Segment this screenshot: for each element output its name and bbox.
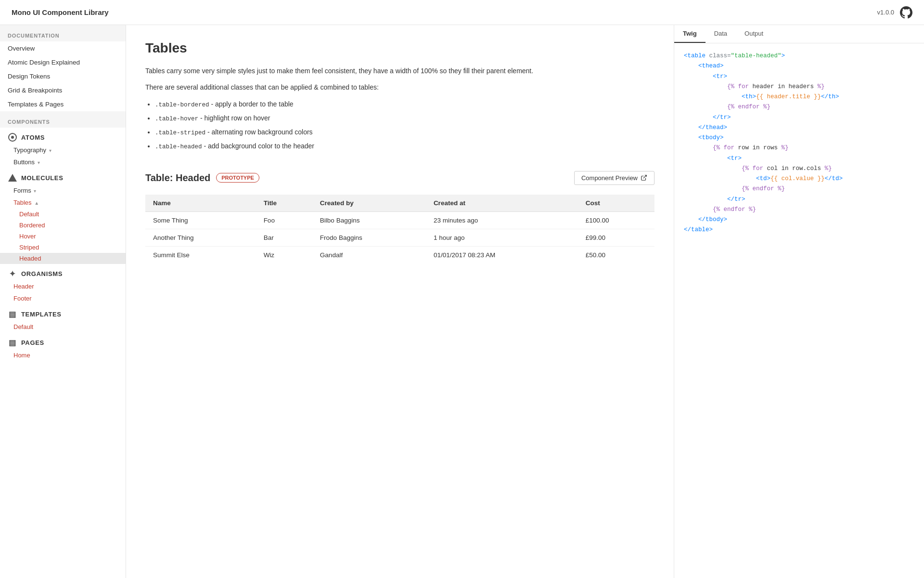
code-line: {% for header in headers %} — [684, 82, 914, 92]
cell-title-1: Bar — [256, 229, 312, 246]
component-header: Table: Headed PROTOTYPE Component Previe… — [145, 171, 654, 185]
triangle-icon — [8, 174, 17, 182]
code-panel: Twig Data Output <table class="table-hea… — [674, 25, 924, 578]
main-content: Tables Tables carry some very simple sty… — [126, 25, 674, 578]
code-line: </table> — [684, 225, 914, 235]
table-row: Another Thing Bar Frodo Baggins 1 hour a… — [145, 229, 654, 246]
sidebar-item-templates-pages[interactable]: Templates & Pages — [0, 97, 126, 111]
cell-cost-0: £100.00 — [578, 211, 654, 229]
external-link-icon — [641, 174, 647, 181]
templates-label: TEMPLATES — [21, 311, 62, 318]
table-row: Some Thing Foo Bilbo Baggins 23 minutes … — [145, 211, 654, 229]
tables-chevron: ▲ — [34, 200, 39, 206]
pages-label: PAGES — [21, 339, 44, 346]
classes-list: .table-bordered - apply a border to the … — [155, 99, 654, 152]
class-item-0: .table-bordered - apply a border to the … — [155, 99, 654, 110]
class-item-2: .table-striped - alternating row backgro… — [155, 127, 654, 138]
code-line: {% endfor %} — [684, 205, 914, 215]
sidebar-item-striped[interactable]: Striped — [0, 242, 126, 253]
templates-group: ▤ TEMPLATES — [0, 304, 126, 321]
templates-icon-container: ▤ — [8, 309, 17, 319]
templates-icon: ▤ — [9, 310, 16, 319]
prototype-badge: PROTOTYPE — [216, 173, 259, 183]
class-item-1: .table-hover - highlight row on hover — [155, 113, 654, 124]
sidebar-item-forms[interactable]: Forms ▾ — [0, 184, 126, 197]
sidebar-item-grid[interactable]: Grid & Breakpoints — [0, 83, 126, 97]
atoms-label: ATOMS — [21, 134, 45, 141]
organisms-group: ✦ ORGANISMS — [0, 264, 126, 280]
sidebar-item-atomic-design[interactable]: Atomic Design Explained — [0, 55, 126, 69]
pages-icon: ▤ — [9, 338, 16, 347]
sidebar-item-bordered[interactable]: Bordered — [0, 220, 126, 231]
github-icon[interactable] — [900, 6, 912, 19]
description: Tables carry some very simple styles jus… — [145, 66, 654, 152]
tab-output[interactable]: Output — [736, 25, 772, 43]
cell-name-0: Some Thing — [145, 211, 256, 229]
cell-cost-1: £99.00 — [578, 229, 654, 246]
class-item-3: .table-headed - add background color to … — [155, 141, 654, 152]
cell-created-by-0: Bilbo Baggins — [312, 211, 426, 229]
svg-line-0 — [643, 175, 646, 178]
code-line: <td>{{ col.value }}</td> — [684, 174, 914, 184]
sidebar-item-typography[interactable]: Typography ▾ — [0, 144, 126, 156]
code-line: </tr> — [684, 113, 914, 123]
top-nav: Mono UI Component Library v1.0.0 — [0, 0, 924, 25]
cell-title-2: Wiz — [256, 246, 312, 263]
top-nav-right: v1.0.0 — [877, 6, 912, 19]
star-icon: ✦ — [9, 269, 16, 278]
component-title: Table: Headed — [145, 172, 210, 184]
col-name: Name — [145, 195, 256, 212]
sidebar-item-footer[interactable]: Footer — [0, 292, 126, 304]
sidebar-item-headed[interactable]: Headed — [0, 253, 126, 264]
sidebar-item-default[interactable]: Default — [0, 209, 126, 220]
forms-chevron: ▾ — [34, 188, 36, 194]
code-line: <tbody> — [684, 133, 914, 143]
data-table: Name Title Created by Created at Cost So… — [145, 195, 654, 263]
col-created-by: Created by — [312, 195, 426, 212]
code-line: <th>{{ header.title }}</th> — [684, 92, 914, 102]
sidebar-item-templates-default[interactable]: Default — [0, 321, 126, 333]
tab-twig[interactable]: Twig — [674, 25, 706, 43]
pages-icon-container: ▤ — [8, 338, 17, 347]
documentation-section-header: DOCUMENTATION — [0, 25, 126, 41]
sidebar-item-buttons[interactable]: Buttons ▾ — [0, 156, 126, 168]
code-line: <tr> — [684, 154, 914, 164]
cell-name-2: Summit Else — [145, 246, 256, 263]
tab-data[interactable]: Data — [706, 25, 736, 43]
cell-created-by-1: Frodo Baggins — [312, 229, 426, 246]
molecules-group: MOLECULES — [0, 168, 126, 184]
code-line: </thead> — [684, 123, 914, 133]
component-header-left: Table: Headed PROTOTYPE — [145, 172, 259, 184]
atom-circle-icon — [8, 133, 17, 142]
organisms-icon: ✦ — [8, 269, 17, 278]
sidebar-item-home[interactable]: Home — [0, 349, 126, 361]
component-section: Table: Headed PROTOTYPE Component Previe… — [145, 171, 654, 263]
cell-created-at-2: 01/01/2017 08:23 AM — [426, 246, 578, 263]
col-cost: Cost — [578, 195, 654, 212]
cell-title-0: Foo — [256, 211, 312, 229]
atoms-icon — [8, 132, 17, 142]
sidebar-item-tables[interactable]: Tables ▲ — [0, 197, 126, 209]
sidebar-item-design-tokens[interactable]: Design Tokens — [0, 69, 126, 83]
cell-created-at-1: 1 hour ago — [426, 229, 578, 246]
cell-created-by-2: Gandalf — [312, 246, 426, 263]
code-line: {% endfor %} — [684, 184, 914, 194]
component-preview-button[interactable]: Component Preview — [574, 171, 654, 185]
organisms-label: ORGANISMS — [21, 270, 63, 277]
version-badge: v1.0.0 — [877, 9, 894, 16]
molecules-icon — [8, 173, 17, 183]
components-section-header: COMPONENTS — [0, 111, 126, 128]
table-row: Summit Else Wiz Gandalf 01/01/2017 08:23… — [145, 246, 654, 263]
table-head: Name Title Created by Created at Cost — [145, 195, 654, 212]
sidebar-item-header[interactable]: Header — [0, 280, 126, 292]
table-header-row: Name Title Created by Created at Cost — [145, 195, 654, 212]
code-line: </tr> — [684, 195, 914, 205]
sidebar-item-overview[interactable]: Overview — [0, 41, 126, 55]
layout: DOCUMENTATION Overview Atomic Design Exp… — [0, 25, 924, 578]
sidebar-item-hover[interactable]: Hover — [0, 231, 126, 242]
col-title: Title — [256, 195, 312, 212]
page-title: Tables — [145, 40, 654, 56]
cell-cost-2: £50.00 — [578, 246, 654, 263]
code-line: </tbody> — [684, 215, 914, 225]
desc-p2: There are several additional classes tha… — [145, 82, 654, 92]
